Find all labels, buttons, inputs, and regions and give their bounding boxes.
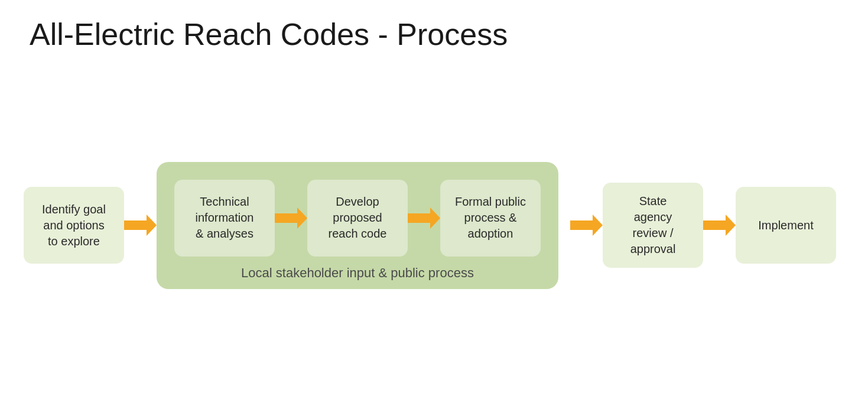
arrow-3 [408, 207, 440, 229]
step-box-6: Implement [736, 187, 836, 264]
page-title: All-Electric Reach Codes - Process [30, 18, 838, 51]
group-box: Technical information & analyses Develop… [157, 162, 558, 289]
svg-marker-1 [275, 207, 307, 229]
step-box-1: Identify goal and options to explore [24, 187, 124, 264]
page: All-Electric Reach Codes - Process Ident… [0, 0, 868, 399]
svg-marker-0 [124, 215, 157, 236]
svg-marker-4 [703, 215, 736, 236]
arrow-2 [275, 207, 307, 229]
steps-row: Technical information & analyses Develop… [174, 180, 541, 257]
arrow-1 [124, 215, 157, 236]
step-box-2: Technical information & analyses [174, 180, 275, 257]
arrow-5 [703, 215, 736, 236]
step-box-5: State agency review / approval [603, 183, 703, 268]
group-box-label: Local stakeholder input & public process [241, 265, 474, 281]
svg-marker-2 [408, 207, 440, 229]
diagram-area: Identify goal and options to explore Tec… [30, 69, 838, 381]
svg-marker-3 [570, 215, 603, 236]
step-box-4: Formal public process & adoption [440, 180, 541, 257]
arrow-4 [570, 215, 603, 236]
step-box-3: Develop proposed reach code [307, 180, 408, 257]
